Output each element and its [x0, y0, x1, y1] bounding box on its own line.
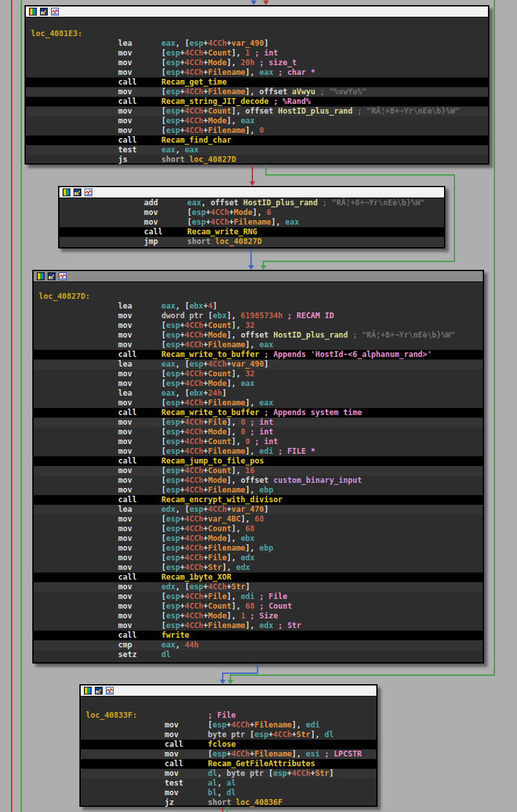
asm-row[interactable]: mov[esp+4CCh+Filename], edx ; Str	[34, 621, 483, 631]
palette-icon[interactable]	[63, 188, 70, 196]
asm-row[interactable]: jsshort loc_40827D	[26, 155, 488, 165]
label-comment: ; File	[208, 711, 236, 720]
asm-row[interactable]: movbyte ptr [esp+4CCh+Str], dl	[81, 730, 376, 740]
asm-row[interactable]: leaeax, [ebx+24h]	[34, 389, 483, 398]
graph-node-block_2[interactable]: addeax, offset HostID_plus_rand ; "RÄ¦+8…	[58, 186, 445, 249]
node-title-bar[interactable]	[81, 685, 376, 696]
asm-row[interactable]: mov[esp+4CCh+Mode], offset custom_binary…	[34, 476, 483, 485]
asm-row[interactable]: mov[esp+4CCh+Count], 32	[34, 369, 483, 379]
asm-row[interactable]: mov[esp+4CCh+Str], edx	[34, 563, 483, 573]
asm-row[interactable]: mov[esp+4CCh+Count], 68 ; Count	[34, 602, 483, 611]
palette-icon[interactable]	[29, 8, 37, 15]
edit-icon[interactable]	[95, 687, 103, 695]
chart-icon[interactable]	[85, 188, 92, 196]
palette-icon[interactable]	[37, 272, 45, 280]
asm-row[interactable]: mov[esp+4CCh+Count], 32	[34, 321, 483, 330]
asm-row[interactable]: callRecam_write_to_buffer ; Appends syst…	[34, 408, 483, 418]
chart-icon[interactable]	[51, 8, 59, 15]
asm-row[interactable]: movbl, dl	[81, 788, 376, 798]
asm-row[interactable]: mov[esp+4CCh+Mode], ebx	[34, 534, 483, 543]
asm-row[interactable]: movdword ptr [ebx], 61985734h ; RECAM ID	[34, 311, 483, 321]
edge-b2-b3-blue-arrowhead	[248, 265, 254, 270]
mnemonic: mov	[118, 87, 161, 97]
asm-row[interactable]: mov[esp+4CCh+Filename], 0	[26, 126, 488, 136]
asm-row[interactable]: callRecam_1byte_XOR	[34, 573, 483, 582]
mnemonic: call	[118, 495, 161, 505]
asm-row[interactable]: mov[esp+4CCh+Filename], eax ; char *	[26, 68, 488, 77]
asm-row[interactable]: mov[esp+4CCh+Mode], eax	[26, 116, 488, 126]
asm-row[interactable]: leaeax, [esp+4CCh+var_490]	[34, 360, 483, 369]
asm-row[interactable]: mov[esp+4CCh+Mode], 20h ; size_t	[26, 58, 488, 68]
asm-row[interactable]: mov[esp+4CCh+Count], 1 ; int	[26, 48, 488, 58]
asm-row[interactable]: mov[esp+4CCh+Filename], eax	[59, 218, 444, 227]
asm-row[interactable]: mov[esp+4CCh+Filename], edi	[81, 720, 376, 730]
asm-row[interactable]: setzdl	[34, 650, 483, 660]
asm-row[interactable]: mov[esp+4CCh+Filename], ebp	[34, 543, 483, 553]
asm-label-row[interactable]: loc_40833F:; File	[81, 711, 376, 720]
graph-node-loc_4081E3[interactable]: loc_4081E3:leaeax, [esp+4CCh+var_490]mov…	[25, 5, 489, 165]
edit-icon[interactable]	[40, 8, 48, 15]
graph-node-loc_40833F[interactable]: loc_40833F:; Filemov[esp+4CCh+Filename],…	[79, 684, 378, 807]
asm-row[interactable]: callRecam_find_char	[26, 136, 488, 145]
edit-icon[interactable]	[48, 272, 56, 280]
asm-row[interactable]: callRecam_encrypt_with_divisor	[34, 495, 483, 505]
asm-row[interactable]: testeax, eax	[26, 145, 488, 155]
mnemonic: call	[118, 456, 161, 466]
asm-row[interactable]: mov[esp+4CCh+Filename], ebp	[34, 485, 483, 495]
asm-row[interactable]: movdl, byte ptr [esp+4CCh+Str]	[81, 769, 376, 778]
asm-row[interactable]: cmpeax, 44h	[34, 640, 483, 650]
asm-row[interactable]: callRecam_write_RNG	[59, 227, 444, 237]
asm-row[interactable]: movedx, [esp+4CCh+Str]	[34, 582, 483, 592]
asm-row[interactable]: mov[esp+4CCh+var_4BC], 68	[34, 514, 483, 524]
mnemonic: lea	[118, 360, 161, 369]
asm-row[interactable]: mov[esp+4CCh+Filename], offset aVwyu ; "…	[26, 87, 488, 97]
asm-row[interactable]: mov[esp+4CCh+Count], offset HostID_plus_…	[26, 107, 488, 116]
asm-row[interactable]: mov[esp+4CCh+Count], 16	[34, 466, 483, 476]
chart-icon[interactable]	[59, 272, 66, 280]
asm-row[interactable]: mov[esp+4CCh+File], edi ; File	[34, 592, 483, 602]
edge-entry-blue-arrowhead	[251, 1, 257, 5]
asm-row[interactable]: mov[esp+4CCh+Count], 0 ; int	[34, 437, 483, 447]
graph-node-loc_40827D[interactable]: loc_40827D:leaeax, [ebx+4]movdword ptr […	[32, 270, 484, 664]
asm-row[interactable]: leaedx, [esp+4CCh+var_470]	[34, 505, 483, 514]
asm-row[interactable]: mov[esp+4CCh+Mode], offset HostID_plus_r…	[34, 330, 483, 340]
edit-icon[interactable]	[74, 188, 81, 196]
node-title-bar[interactable]	[59, 187, 444, 198]
asm-row[interactable]: mov[esp+4CCh+Count], 68	[34, 524, 483, 534]
mnemonic: mov	[144, 218, 187, 227]
mnemonic: call	[118, 97, 161, 107]
asm-row[interactable]: mov[esp+4CCh+Filename], edi ; FILE *	[34, 447, 483, 456]
edge-right-green-to-b4-arrowhead	[228, 680, 234, 684]
asm-row[interactable]: leaeax, [esp+4CCh+var_490]	[26, 39, 488, 48]
asm-row[interactable]: mov[esp+4CCh+Mode], eax	[34, 379, 483, 389]
asm-row[interactable]: callRecam_write_to_buffer ; Appends 'Hos…	[34, 350, 483, 360]
mnemonic: mov	[118, 340, 161, 350]
asm-row[interactable]: mov[esp+4CCh+Filename], esi ; LPCSTR	[81, 749, 376, 759]
asm-row[interactable]: mov[esp+4CCh+Filename], eax	[34, 398, 483, 408]
asm-row[interactable]: mov[esp+4CCh+File], edx	[34, 553, 483, 563]
asm-row[interactable]: callfwrite	[34, 631, 483, 640]
mnemonic: lea	[118, 301, 161, 311]
edge-b3-b4-blue-arrowhead	[220, 680, 226, 684]
chart-icon[interactable]	[106, 687, 114, 695]
node-title-bar[interactable]	[26, 6, 488, 17]
asm-row[interactable]: jmpshort loc_40827D	[59, 237, 444, 247]
asm-label-row[interactable]: loc_40827D:	[34, 292, 483, 301]
asm-row[interactable]: callRecam_get_time	[26, 77, 488, 87]
asm-row[interactable]: mov[esp+4CCh+Mode], 1 ; Size	[34, 611, 483, 621]
asm-row[interactable]: callfclose	[81, 740, 376, 749]
asm-row[interactable]: mov[esp+4CCh+Mode], 6	[59, 208, 444, 218]
asm-row[interactable]: callRecam_GetFileAttributes	[81, 759, 376, 769]
palette-icon[interactable]	[84, 687, 92, 695]
asm-row[interactable]: mov[esp+4CCh+Filename], eax	[34, 340, 483, 350]
asm-label-row[interactable]: loc_4081E3:	[26, 29, 488, 39]
node-title-bar[interactable]	[34, 271, 483, 282]
asm-row[interactable]: callRecam_jump_to_file_pos	[34, 456, 483, 466]
asm-row[interactable]: callRecam_string_JIT_decode ; %Rand%	[26, 97, 488, 107]
asm-row[interactable]: jzshort loc_40836F	[81, 798, 376, 807]
asm-row[interactable]: mov[esp+4CCh+File], 0 ; int	[34, 418, 483, 427]
asm-row[interactable]: addeax, offset HostID_plus_rand ; "RÄ¦+8…	[59, 198, 444, 208]
asm-row[interactable]: mov[esp+4CCh+Mode], 0 ; int	[34, 427, 483, 437]
asm-row[interactable]: testal, al	[81, 778, 376, 788]
asm-row[interactable]: leaeax, [ebx+4]	[34, 301, 483, 311]
